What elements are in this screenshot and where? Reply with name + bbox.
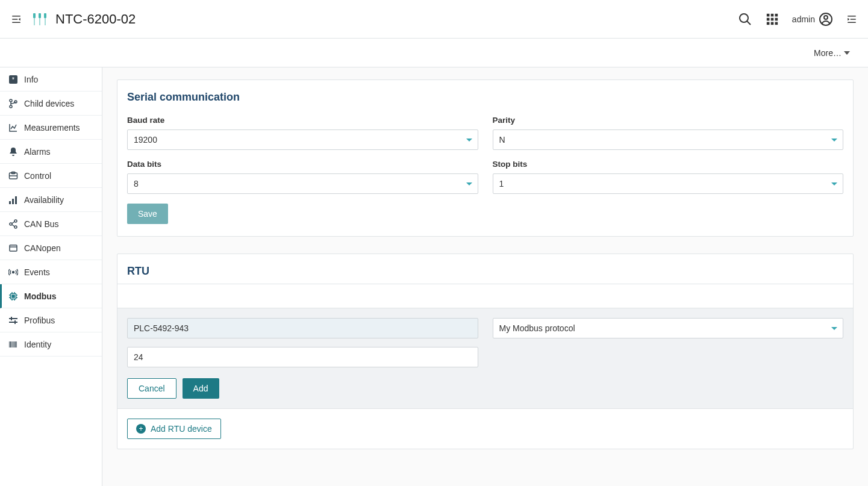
svg-rect-46 <box>9 318 17 319</box>
svg-point-35 <box>13 271 14 273</box>
more-label: More… <box>814 48 841 58</box>
sidebar-item-label: Child devices <box>24 99 74 108</box>
svg-rect-54 <box>14 341 16 347</box>
parity-select[interactable]: N <box>493 129 844 150</box>
add-rtu-device-button[interactable]: + Add RTU device <box>127 419 221 439</box>
sidebar-item-control[interactable]: Control <box>0 164 102 188</box>
svg-rect-2 <box>39 13 41 18</box>
svg-rect-33 <box>10 245 17 251</box>
sidebar-item-label: Modbus <box>24 291 57 301</box>
sidebar: *InfoChild devicesMeasurementsAlarmsCont… <box>0 67 102 486</box>
parity-label: Parity <box>493 116 844 125</box>
stop-bits-select[interactable]: 1 <box>493 173 844 194</box>
svg-line-7 <box>747 21 751 25</box>
frame-icon <box>8 243 18 253</box>
sub-header: More… <box>0 39 868 67</box>
svg-point-31 <box>10 223 12 225</box>
svg-point-6 <box>740 14 748 22</box>
sidebar-item-label: CAN Bus <box>24 219 59 229</box>
signal-icon <box>8 267 18 277</box>
header-actions: admin <box>734 8 861 30</box>
baud-rate-label: Baud rate <box>127 116 478 125</box>
indent-left-icon <box>11 14 22 25</box>
search-button[interactable] <box>734 8 756 30</box>
chip-icon <box>8 291 18 301</box>
sidebar-item-label: Identity <box>24 340 51 349</box>
pins-logo-icon <box>30 10 49 29</box>
right-panel-button[interactable] <box>843 10 861 28</box>
barcode-icon <box>8 340 18 349</box>
svg-point-30 <box>14 220 17 222</box>
sidebar-item-modbus[interactable]: Modbus <box>0 284 102 308</box>
sidebar-item-profibus[interactable]: Profibus <box>0 308 102 332</box>
save-button[interactable]: Save <box>127 204 168 224</box>
svg-point-21 <box>10 99 12 102</box>
sidebar-item-identity[interactable]: Identity <box>0 332 102 357</box>
page-title: NTC-6200-02 <box>55 11 734 27</box>
svg-rect-11 <box>767 17 770 20</box>
stop-bits-label: Stop bits <box>493 160 844 169</box>
cancel-button[interactable]: Cancel <box>127 378 176 399</box>
sidebar-item-label: Events <box>24 267 50 277</box>
serial-card: Serial communication Baud rate 19200 Par… <box>117 79 854 237</box>
sidebar-item-alarms[interactable]: Alarms <box>0 140 102 164</box>
sidebar-item-measurements[interactable]: Measurements <box>0 116 102 140</box>
nav-collapse-button[interactable] <box>7 10 25 28</box>
svg-rect-47 <box>9 322 17 323</box>
indent-right-icon <box>846 14 857 25</box>
baud-rate-select[interactable]: 19200 <box>127 129 478 150</box>
svg-rect-27 <box>9 201 11 204</box>
branch-icon <box>8 99 18 108</box>
svg-rect-14 <box>767 22 770 25</box>
svg-point-22 <box>10 105 12 108</box>
sidebar-item-info[interactable]: *Info <box>0 67 102 92</box>
bell-icon <box>8 147 18 157</box>
data-bits-select[interactable]: 8 <box>127 173 478 194</box>
app-header: NTC-6200-02 admin <box>0 0 868 39</box>
add-button[interactable]: Add <box>183 378 219 399</box>
apps-grid-icon <box>766 13 779 26</box>
svg-rect-55 <box>16 341 17 347</box>
info-icon: * <box>8 75 18 84</box>
rtu-card: RTU My Modbus protocol Cancel Add <box>117 254 854 449</box>
user-circle-icon <box>819 12 833 26</box>
sidebar-item-availability[interactable]: Availability <box>0 188 102 212</box>
svg-rect-15 <box>771 22 774 25</box>
sidebar-item-label: Control <box>24 171 51 181</box>
svg-rect-28 <box>12 199 14 204</box>
sidebar-item-events[interactable]: Events <box>0 260 102 284</box>
sidebar-item-label: CANopen <box>24 243 61 253</box>
svg-rect-49 <box>14 320 16 324</box>
serial-card-title: Serial communication <box>117 80 853 110</box>
svg-rect-10 <box>775 13 778 16</box>
rtu-spacer <box>117 284 853 308</box>
svg-rect-52 <box>12 341 13 347</box>
sidebar-item-label: Info <box>24 75 38 84</box>
slider-icon <box>8 316 18 325</box>
svg-point-18 <box>824 16 828 19</box>
svg-rect-1 <box>34 18 35 25</box>
sidebar-item-canopen[interactable]: CANopen <box>0 236 102 260</box>
rtu-address-input[interactable] <box>127 347 478 367</box>
rtu-new-device-form: My Modbus protocol Cancel Add <box>117 308 853 409</box>
sidebar-item-child-devices[interactable]: Child devices <box>0 92 102 116</box>
svg-rect-5 <box>45 18 46 25</box>
apps-button[interactable] <box>762 9 782 30</box>
svg-rect-3 <box>40 18 40 25</box>
svg-rect-0 <box>33 13 36 18</box>
sidebar-item-label: Measurements <box>24 123 80 132</box>
main-content: Serial communication Baud rate 19200 Par… <box>102 67 868 486</box>
user-menu-button[interactable]: admin <box>788 8 837 30</box>
app-logo <box>30 10 49 29</box>
sidebar-item-can-bus[interactable]: CAN Bus <box>0 212 102 236</box>
rtu-name-input[interactable] <box>127 318 478 338</box>
svg-rect-16 <box>775 22 778 25</box>
bars-icon <box>8 195 18 205</box>
rtu-protocol-select[interactable]: My Modbus protocol <box>493 318 844 338</box>
user-label: admin <box>792 14 815 24</box>
svg-rect-48 <box>11 317 12 320</box>
data-bits-label: Data bits <box>127 160 478 169</box>
more-menu-button[interactable]: More… <box>810 48 854 58</box>
share-icon <box>8 219 18 229</box>
rtu-footer: + Add RTU device <box>117 409 853 449</box>
